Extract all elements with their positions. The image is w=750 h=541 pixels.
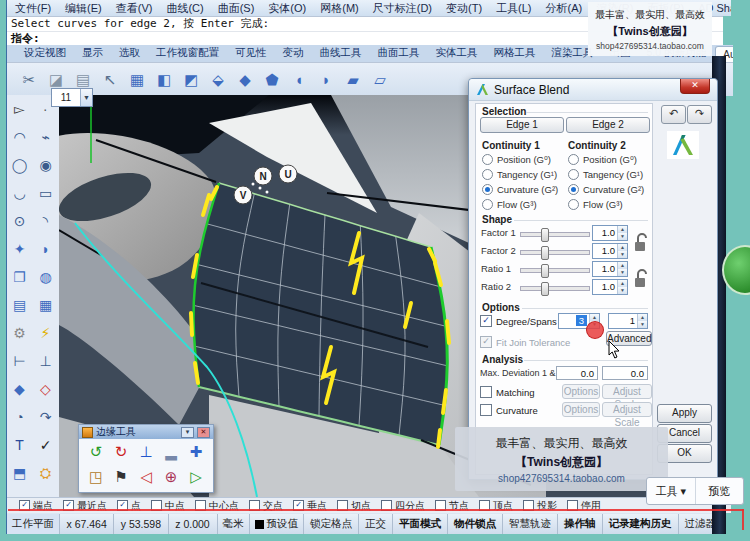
- mesh-icon[interactable]: ▦: [33, 291, 58, 319]
- toolbar-tab[interactable]: 设定视图: [17, 45, 73, 62]
- pipe-icon[interactable]: ⊢: [7, 347, 32, 375]
- menu-item[interactable]: 网格(M): [320, 1, 359, 16]
- surface-icon[interactable]: ✦: [7, 235, 32, 263]
- prev-icon[interactable]: ◁: [134, 464, 159, 489]
- apply-button[interactable]: Apply: [657, 404, 712, 423]
- patch-icon[interactable]: ⬒: [7, 459, 32, 487]
- rotate-icon[interactable]: ↷: [33, 403, 58, 431]
- srf-edge-icon[interactable]: ⬙: [206, 68, 230, 92]
- matching-checkbox[interactable]: [480, 386, 492, 398]
- trim-icon[interactable]: ✂: [17, 68, 41, 92]
- toolbar-tab[interactable]: 显示: [75, 45, 110, 62]
- srf-corner-icon[interactable]: ◩: [179, 68, 203, 92]
- shape-spinbox[interactable]: 1.0▲▼: [592, 261, 628, 277]
- lock-open-icon[interactable]: [634, 266, 648, 296]
- lock-open-icon[interactable]: [634, 230, 648, 260]
- units-cell[interactable]: 毫米: [218, 514, 250, 534]
- toolbar-tab[interactable]: 网格工具: [487, 45, 543, 62]
- edge1-button[interactable]: Edge 1: [480, 117, 564, 133]
- rollup-button[interactable]: ▾: [181, 427, 194, 438]
- status-toggle[interactable]: 平面模式: [393, 514, 448, 534]
- srf-blend-icon[interactable]: ▱: [368, 68, 392, 92]
- srf-point-icon[interactable]: ◆: [233, 68, 257, 92]
- rebuild-edge-icon[interactable]: ✚: [184, 439, 209, 464]
- layer-cell[interactable]: 预设值: [250, 514, 305, 534]
- degree-spans-checkbox[interactable]: ✓: [480, 315, 492, 327]
- toolbar-tab[interactable]: 变动: [276, 45, 311, 62]
- join-edge-icon[interactable]: ⊥: [134, 439, 159, 464]
- edge2-button[interactable]: Edge 2: [566, 117, 650, 133]
- continuity-radio[interactable]: Flow (G³): [482, 199, 537, 210]
- shape-spinbox[interactable]: 1.0▲▼: [592, 243, 628, 259]
- curvature-checkbox[interactable]: [480, 404, 492, 416]
- menu-item[interactable]: 查看(V): [116, 1, 153, 16]
- spinner-arrows[interactable]: ▲▼: [617, 226, 627, 240]
- srf-plane-icon[interactable]: ◧: [152, 68, 176, 92]
- status-toggle[interactable]: 记录建构历史: [603, 514, 679, 534]
- shape-slider[interactable]: [520, 268, 590, 273]
- box-icon[interactable]: ❐: [7, 263, 32, 291]
- arc-icon[interactable]: ◡: [7, 179, 32, 207]
- numeric-popup[interactable]: 11 ▼: [51, 88, 93, 107]
- preview-button[interactable]: 预览: [696, 478, 744, 504]
- continuity-radio[interactable]: Tangency (G¹): [568, 169, 643, 180]
- ellipse-icon[interactable]: ◉: [33, 151, 58, 179]
- blend-icon[interactable]: ◆: [7, 375, 32, 403]
- split-edge-icon[interactable]: ↻: [109, 439, 134, 464]
- menu-item[interactable]: 编辑(E): [65, 1, 102, 16]
- cplane-button[interactable]: 工作平面: [7, 514, 60, 534]
- toolbar-tab[interactable]: 可见性: [228, 45, 274, 62]
- menu-item[interactable]: 文件(F): [15, 1, 51, 16]
- spinner-arrows[interactable]: ▲▼: [617, 280, 627, 294]
- merge-edge-icon[interactable]: ▂: [159, 439, 184, 464]
- slider-thumb[interactable]: [541, 282, 549, 296]
- srf-revolve-icon[interactable]: ◖: [287, 68, 311, 92]
- undo-button[interactable]: ↶: [661, 105, 686, 124]
- menu-item[interactable]: 变动(T): [446, 1, 482, 16]
- continuity-radio[interactable]: Flow (G³): [568, 199, 623, 210]
- show-edges-icon[interactable]: ↺: [84, 439, 109, 464]
- redo-button[interactable]: ↷: [687, 105, 712, 124]
- polyline-icon[interactable]: ⌁: [33, 123, 58, 151]
- slider-thumb[interactable]: [541, 246, 549, 260]
- slider-thumb[interactable]: [541, 264, 549, 278]
- menu-item[interactable]: 分析(A): [546, 1, 583, 16]
- shape-spinbox[interactable]: 1.0▲▼: [592, 225, 628, 241]
- extrude-icon[interactable]: ▤: [7, 291, 32, 319]
- menu-item[interactable]: 曲线(C): [166, 1, 203, 16]
- menu-item[interactable]: 曲面(S): [218, 1, 255, 16]
- status-toggle[interactable]: 操作轴: [558, 514, 603, 534]
- spheres-icon[interactable]: ◍: [33, 263, 58, 291]
- status-toggle[interactable]: 锁定格点: [304, 514, 359, 534]
- shape-slider[interactable]: [520, 250, 590, 255]
- continuity-radio[interactable]: Position (G⁰): [482, 154, 551, 165]
- gear-icon[interactable]: ⚙: [7, 319, 32, 347]
- curve-icon[interactable]: ◠: [7, 123, 32, 151]
- pipe2-icon[interactable]: ⊥: [33, 347, 58, 375]
- spinner-arrows[interactable]: ▲▼: [617, 244, 627, 258]
- close-icon[interactable]: ✕: [197, 427, 210, 438]
- fillet-icon[interactable]: ⚡: [33, 319, 58, 347]
- continuity-radio[interactable]: Curvature (G²): [482, 184, 558, 195]
- toolbar-tab[interactable]: 选取: [112, 45, 147, 62]
- analyze-icon[interactable]: ⊕: [159, 464, 184, 489]
- toolbar-tab[interactable]: 工作视窗配置: [149, 45, 226, 62]
- tools-dropdown-button[interactable]: 工具 ▾: [647, 478, 696, 504]
- next-icon[interactable]: ▷: [184, 464, 209, 489]
- menu-item[interactable]: 工具(L): [496, 1, 531, 16]
- status-toggle[interactable]: 物件锁点: [448, 514, 503, 534]
- pointer-icon[interactable]: ▻: [7, 95, 32, 123]
- continuity-radio[interactable]: Position (G⁰): [568, 154, 637, 165]
- cone-icon[interactable]: ⛭: [33, 459, 58, 487]
- circle-icon[interactable]: ◯: [7, 151, 32, 179]
- menu-item[interactable]: 尺寸标注(D): [373, 1, 432, 16]
- chevron-down-icon[interactable]: ▼: [80, 89, 92, 106]
- spinner-arrows[interactable]: ▲▼: [637, 314, 647, 328]
- srf-loft-icon[interactable]: ▰: [341, 68, 365, 92]
- toolbar-tab[interactable]: 曲线工具: [313, 45, 369, 62]
- shape-slider[interactable]: [520, 232, 590, 237]
- close-icon[interactable]: ✕: [680, 79, 710, 94]
- continuity-radio[interactable]: Curvature (G²): [568, 184, 644, 195]
- text-icon[interactable]: T: [7, 431, 32, 459]
- unjoin-box-icon[interactable]: ◳: [84, 464, 109, 489]
